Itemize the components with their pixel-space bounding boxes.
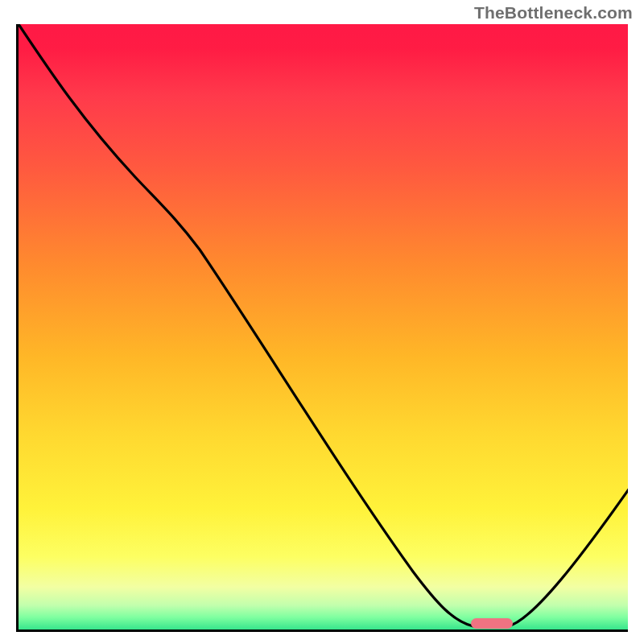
bottleneck-curve <box>19 24 628 632</box>
plot-area <box>16 24 628 632</box>
watermark-text: TheBottleneck.com <box>474 3 633 23</box>
chart-container: TheBottleneck.com <box>0 0 644 644</box>
optimal-marker-pill <box>471 618 513 629</box>
curve-path <box>19 24 628 626</box>
